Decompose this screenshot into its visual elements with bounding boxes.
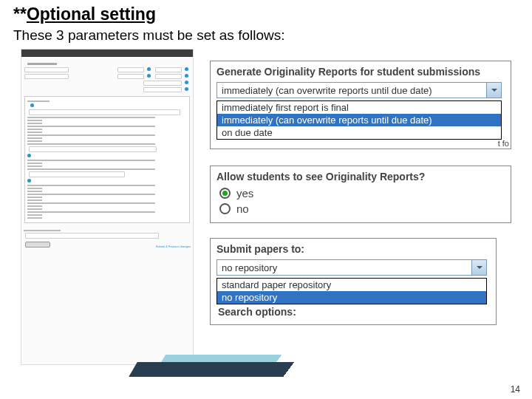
info-icon bbox=[185, 67, 188, 71]
page-number: 14 bbox=[511, 384, 520, 395]
info-icon bbox=[147, 74, 151, 78]
panel-generate-reports: Generate Originality Reports for student… bbox=[210, 61, 511, 149]
blur-header-bar bbox=[21, 50, 193, 57]
radio-no[interactable] bbox=[219, 203, 231, 214]
info-icon bbox=[185, 74, 188, 78]
info-icon bbox=[185, 81, 188, 84]
search-options-label: Search options: bbox=[216, 306, 490, 318]
option-immediately-overwrite[interactable]: immediately (can overwrite reports until… bbox=[217, 114, 501, 126]
option-standard-repo[interactable]: standard paper repository bbox=[217, 279, 486, 291]
panel2-title: Allow students to see Originality Report… bbox=[216, 171, 505, 183]
info-icon bbox=[185, 87, 188, 91]
slide-title: **Optional setting bbox=[0, 0, 532, 27]
chevron-down-icon[interactable] bbox=[486, 83, 501, 98]
submit-papers-select[interactable]: no repository bbox=[216, 259, 487, 276]
slide-subtitle: These 3 parameters must be set as follow… bbox=[0, 27, 532, 44]
submit-papers-options[interactable]: standard paper repository no repository bbox=[216, 278, 487, 304]
blur-panel-options bbox=[24, 96, 190, 223]
panel3-title: Submit papers to: bbox=[216, 243, 490, 255]
chevron-down-icon[interactable] bbox=[471, 260, 486, 275]
generate-reports-options[interactable]: immediately first report is final immedi… bbox=[216, 100, 502, 140]
title-prefix: ** bbox=[13, 4, 27, 24]
radio-no-label: no bbox=[236, 202, 249, 215]
option-no-repo[interactable]: no repository bbox=[217, 291, 486, 304]
panel1-title: Generate Originality Reports for student… bbox=[216, 66, 505, 78]
panel-submit-papers: Submit papers to: no repository standard… bbox=[210, 238, 497, 325]
info-icon bbox=[147, 67, 151, 71]
radio-yes-label: yes bbox=[236, 187, 253, 200]
select-value: immediately (can overwrite reports until… bbox=[222, 85, 432, 96]
blur-submit-button bbox=[25, 242, 50, 248]
title-main: Optional setting bbox=[27, 4, 156, 24]
config-screenshot-thumbnail: Submit & Feature changes bbox=[21, 49, 194, 365]
decorative-ribbon bbox=[133, 355, 355, 384]
option-immediately-final[interactable]: immediately first report is final bbox=[217, 101, 501, 114]
radio-yes[interactable] bbox=[219, 188, 231, 199]
panel-allow-students: Allow students to see Originality Report… bbox=[210, 166, 511, 223]
option-on-due-date[interactable]: on due date bbox=[217, 126, 501, 139]
generate-reports-select[interactable]: immediately (can overwrite reports until… bbox=[216, 82, 502, 98]
select-value: no repository bbox=[222, 262, 277, 273]
cutoff-text: t fo bbox=[498, 139, 509, 148]
